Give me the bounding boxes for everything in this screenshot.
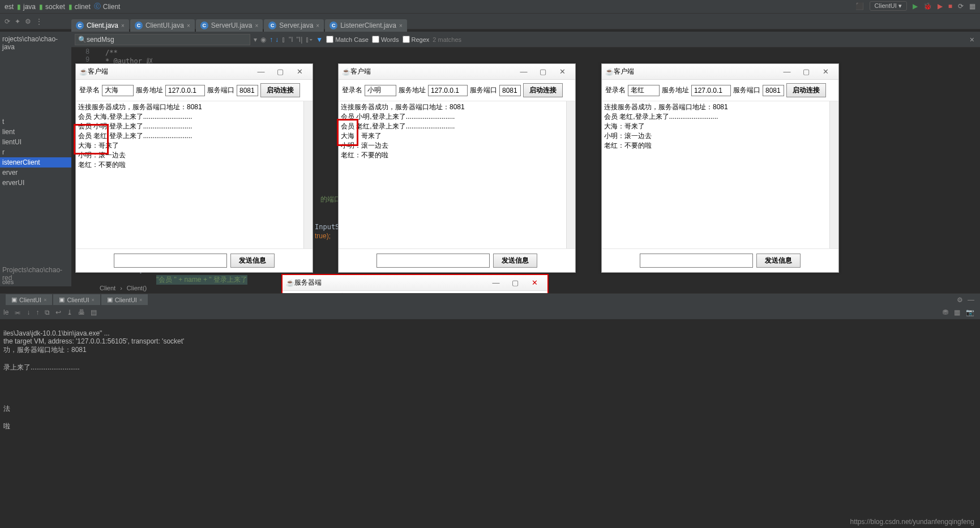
- pin-icon[interactable]: ⫿▾: [306, 36, 313, 44]
- regex-check[interactable]: Regex: [403, 36, 430, 43]
- minimize-panel-icon[interactable]: —: [968, 296, 974, 304]
- tab-server[interactable]: CServer.java×: [264, 19, 324, 32]
- tab-listenerclient[interactable]: CListenerClient.java×: [325, 19, 407, 32]
- run-config-selector[interactable]: ClientUI ▾: [870, 1, 907, 11]
- title-bar[interactable]: ☕ 服务器端 — ▢ ✕: [283, 275, 547, 291]
- send-button[interactable]: 发送信息: [756, 254, 801, 268]
- filter-icon[interactable]: ▼: [316, 36, 323, 44]
- debug-button[interactable]: 🐞: [923, 2, 932, 10]
- history-icon[interactable]: ▾: [254, 36, 257, 44]
- remove-selection-icon[interactable]: "I|: [297, 36, 303, 44]
- run-tab[interactable]: ▣ClientUI×: [6, 294, 52, 305]
- minimize-button[interactable]: —: [251, 67, 271, 76]
- send-button[interactable]: 发送信息: [493, 254, 537, 268]
- close-button[interactable]: ✕: [816, 67, 835, 76]
- connect-button[interactable]: 启动连接: [260, 83, 300, 97]
- console-output[interactable]: iles\Java\jdk-10.0.1\bin\java.exe" ... t…: [0, 319, 980, 517]
- tab-clientui[interactable]: CClientUI.java×: [130, 19, 195, 32]
- sync-icon[interactable]: ⟳: [5, 18, 10, 25]
- close-icon[interactable]: ×: [121, 23, 125, 29]
- layout-icon[interactable]: ▤: [91, 308, 97, 316]
- tree-item[interactable]: lient: [0, 127, 71, 137]
- stop-button[interactable]: ■: [948, 2, 952, 10]
- title-bar[interactable]: ☕ 客户端 — ▢ ✕: [76, 64, 313, 80]
- minimize-button[interactable]: —: [514, 67, 533, 76]
- coverage-button[interactable]: ▶: [938, 2, 943, 10]
- close-button[interactable]: ✕: [553, 67, 572, 76]
- message-input[interactable]: [640, 254, 753, 268]
- tab-serverui[interactable]: CServerUI.java×: [196, 19, 263, 32]
- v-scrollbar[interactable]: [566, 101, 575, 248]
- maximize-button[interactable]: ▢: [506, 278, 525, 287]
- login-input[interactable]: [365, 85, 396, 96]
- connect-button[interactable]: 启动连接: [523, 83, 563, 97]
- close-icon[interactable]: ×: [44, 297, 46, 303]
- layers-icon[interactable]: ▦: [954, 308, 960, 316]
- title-bar[interactable]: ☕ 客户端 — ▢ ✕: [339, 64, 575, 80]
- gear-icon[interactable]: ⚙: [25, 18, 31, 25]
- crumb-clinet[interactable]: ▮clinet: [69, 3, 91, 11]
- filter-icon[interactable]: ⧉: [45, 308, 50, 316]
- update-button[interactable]: ⟳: [958, 2, 964, 10]
- up-icon[interactable]: ↑: [36, 308, 39, 316]
- add-selection-icon[interactable]: "I: [289, 36, 293, 44]
- send-button[interactable]: 发送信息: [230, 254, 275, 268]
- v-scrollbar[interactable]: [829, 101, 838, 248]
- tree-item-selected[interactable]: istenerClient: [0, 157, 71, 168]
- editor-breadcrumb[interactable]: Client › Client(): [71, 282, 147, 294]
- crumb-socket[interactable]: ▮socket: [39, 3, 65, 11]
- close-find-button[interactable]: ×: [970, 35, 974, 44]
- title-bar[interactable]: ☕ 客户端 — ▢ ✕: [602, 64, 838, 80]
- structure-button[interactable]: ▦: [969, 2, 975, 10]
- crumb-client[interactable]: ⓒClient: [94, 2, 121, 11]
- addr-input[interactable]: [165, 85, 205, 96]
- crumb-java[interactable]: ▮java: [17, 3, 36, 11]
- addr-input[interactable]: [691, 85, 731, 96]
- match-case-check[interactable]: Match Case: [326, 36, 369, 43]
- minimize-button[interactable]: —: [777, 67, 797, 76]
- more-icon[interactable]: ⋮: [36, 18, 42, 25]
- minimize-button[interactable]: —: [486, 278, 506, 287]
- tree-item[interactable]: erver: [0, 168, 71, 178]
- plus-icon[interactable]: ✦: [15, 18, 20, 25]
- attach-icon[interactable]: ⫘: [14, 308, 21, 316]
- close-icon[interactable]: ×: [92, 297, 95, 303]
- close-icon[interactable]: ×: [255, 23, 258, 29]
- tree-item[interactable]: t: [0, 117, 71, 127]
- connect-button[interactable]: 启动连接: [786, 83, 826, 97]
- addr-input[interactable]: [428, 85, 468, 96]
- close-icon[interactable]: ×: [316, 23, 319, 29]
- down-icon[interactable]: ↓: [27, 308, 30, 316]
- port-input[interactable]: [763, 85, 784, 96]
- scroll-icon[interactable]: ⤓: [67, 308, 72, 316]
- clear-icon[interactable]: ◉: [260, 36, 266, 44]
- words-check[interactable]: Words: [372, 36, 399, 43]
- tree-item[interactable]: erverUI: [0, 178, 71, 188]
- login-input[interactable]: [628, 85, 660, 96]
- run-tab[interactable]: ▣ClientUI×: [101, 294, 148, 305]
- build-icon[interactable]: ⬛: [855, 2, 864, 10]
- gear-icon[interactable]: ⚙: [957, 296, 963, 304]
- tree-item[interactable]: lientUI: [0, 137, 71, 147]
- tab-client[interactable]: CClient.java×: [71, 19, 129, 32]
- next-match-button[interactable]: ↓: [275, 36, 279, 44]
- port-input[interactable]: [499, 85, 521, 96]
- print-icon[interactable]: 🖶: [78, 308, 85, 316]
- prev-match-button[interactable]: ↑: [269, 36, 273, 44]
- run-tab[interactable]: ▣ClientUI×: [53, 294, 100, 305]
- db-icon[interactable]: ⛃: [943, 308, 948, 316]
- maximize-button[interactable]: ▢: [533, 67, 553, 76]
- project-tree[interactable]: rojects\chao\chao-java t lient lientUI r…: [0, 32, 71, 286]
- message-input[interactable]: [114, 254, 227, 268]
- crumb-root[interactable]: est: [5, 3, 14, 11]
- message-input[interactable]: [376, 254, 490, 268]
- select-all-icon[interactable]: ⫿: [282, 36, 285, 44]
- login-input[interactable]: [102, 85, 134, 96]
- wrap-icon[interactable]: ↩: [55, 308, 61, 316]
- message-area[interactable]: 连接服务器成功，服务器端口地址：8081 会员 老红,登录上来了........…: [602, 101, 838, 248]
- message-area[interactable]: 连接服务器成功，服务器端口地址：8081 会员 小明,登录上来了........…: [339, 101, 575, 248]
- close-button[interactable]: ✕: [525, 278, 544, 287]
- maximize-button[interactable]: ▢: [797, 67, 816, 76]
- port-input[interactable]: [237, 85, 258, 96]
- close-icon[interactable]: ×: [187, 23, 190, 29]
